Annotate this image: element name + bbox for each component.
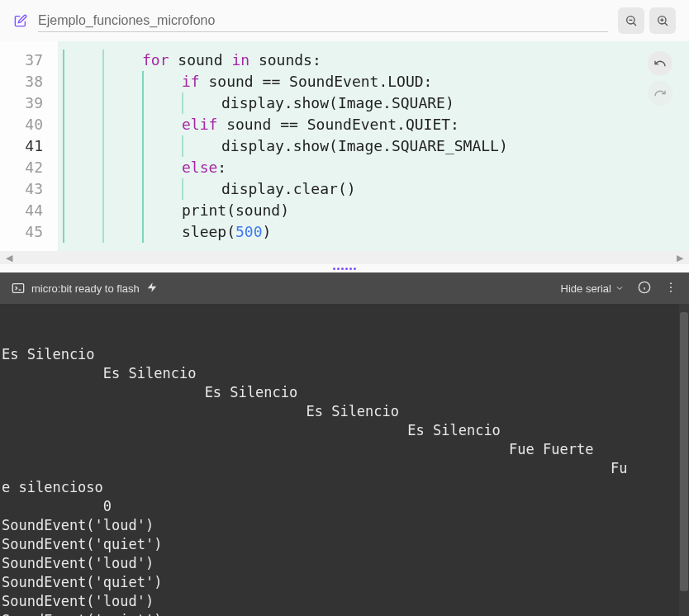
svg-point-15 [670, 290, 672, 291]
editor-header [0, 0, 689, 41]
redo-button[interactable] [648, 81, 672, 106]
code-line[interactable]: print(sound) [58, 200, 689, 221]
horizontal-scrollbar[interactable]: ◀ ▶ [0, 251, 689, 264]
line-number: 42 [0, 157, 50, 178]
line-number: 39 [0, 92, 50, 114]
terminal-icon [12, 282, 25, 295]
hide-serial-button[interactable]: Hide serial [561, 282, 625, 295]
zoom-in-button[interactable] [649, 7, 676, 34]
code-line[interactable]: elif sound == SoundEvent.QUIET: [58, 114, 689, 135]
code-line[interactable]: sleep(500) [58, 221, 689, 243]
scroll-left-arrow[interactable]: ◀ [3, 253, 15, 263]
line-number: 44 [0, 200, 50, 221]
code-line[interactable]: if sound == SoundEvent.LOUD: [58, 71, 689, 92]
line-number: 40 [0, 114, 50, 135]
serial-toolbar: micro:bit ready to flash Hide serial [0, 272, 689, 304]
svg-marker-9 [148, 282, 157, 292]
filename-input[interactable] [38, 10, 608, 32]
line-number-gutter: 373839404142434445 [0, 41, 58, 251]
line-number: 37 [0, 50, 50, 71]
terminal-output: Es Silencio Es Silencio Es Silencio Es S… [2, 345, 687, 616]
code-line[interactable]: display.clear() [58, 178, 689, 200]
serial-terminal[interactable]: Es Silencio Es Silencio Es Silencio Es S… [0, 304, 689, 616]
scroll-right-arrow[interactable]: ▶ [674, 253, 686, 263]
edit-icon[interactable] [13, 13, 28, 28]
undo-button[interactable] [648, 51, 672, 76]
zoom-out-button[interactable] [618, 7, 644, 34]
line-number: 43 [0, 178, 50, 200]
svg-line-4 [665, 23, 668, 26]
serial-status-text: micro:bit ready to flash [31, 282, 140, 295]
more-menu-icon[interactable] [664, 281, 677, 296]
code-line[interactable]: display.show(Image.SQUARE) [58, 92, 689, 114]
editor-floating-controls [648, 51, 672, 106]
zoom-controls [618, 7, 676, 34]
code-line[interactable]: for sound in sounds: [58, 50, 689, 71]
code-line[interactable]: else: [58, 157, 689, 178]
terminal-scrollbar[interactable] [679, 304, 689, 616]
info-icon[interactable] [638, 281, 651, 296]
svg-rect-7 [12, 284, 23, 293]
hide-serial-label: Hide serial [561, 282, 611, 295]
line-number: 45 [0, 221, 50, 243]
svg-point-14 [670, 287, 672, 288]
code-line[interactable]: display.show(Image.SQUARE_SMALL) [58, 135, 689, 157]
pane-divider[interactable] [0, 264, 689, 272]
svg-point-13 [670, 282, 672, 284]
flash-icon [146, 282, 158, 296]
code-editor[interactable]: 373839404142434445 for sound in sounds:i… [0, 41, 689, 251]
code-content[interactable]: for sound in sounds:if sound == SoundEve… [58, 41, 689, 251]
svg-line-1 [634, 23, 636, 26]
line-number: 38 [0, 71, 50, 92]
line-number: 41 [0, 135, 50, 157]
